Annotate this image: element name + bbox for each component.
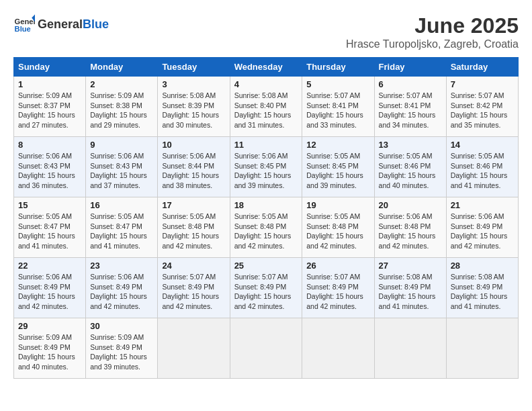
day-number: 13 bbox=[379, 140, 442, 150]
day-number: 10 bbox=[162, 140, 225, 150]
table-row: 30Sunrise: 5:09 AMSunset: 8:49 PMDayligh… bbox=[86, 318, 158, 379]
day-number: 15 bbox=[18, 200, 81, 210]
table-row: 14Sunrise: 5:05 AMSunset: 8:46 PMDayligh… bbox=[446, 137, 518, 197]
day-info: Sunrise: 5:07 AMSunset: 8:41 PMDaylight:… bbox=[306, 91, 369, 130]
table-row: 19Sunrise: 5:05 AMSunset: 8:48 PMDayligh… bbox=[302, 197, 374, 258]
day-info: Sunrise: 5:07 AMSunset: 8:49 PMDaylight:… bbox=[306, 272, 369, 312]
location-title: Hrasce Turopoljsko, Zagreb, Croatia bbox=[346, 38, 519, 50]
day-info: Sunrise: 5:06 AMSunset: 8:43 PMDaylight:… bbox=[90, 151, 153, 191]
table-row: 15Sunrise: 5:05 AMSunset: 8:47 PMDayligh… bbox=[14, 197, 86, 258]
day-number: 19 bbox=[306, 200, 369, 210]
table-row: 3Sunrise: 5:08 AMSunset: 8:39 PMDaylight… bbox=[158, 77, 230, 137]
day-info: Sunrise: 5:06 AMSunset: 8:49 PMDaylight:… bbox=[90, 272, 153, 312]
day-info: Sunrise: 5:07 AMSunset: 8:41 PMDaylight:… bbox=[379, 91, 442, 130]
month-title: June 2025 bbox=[346, 13, 519, 38]
table-row: 29Sunrise: 5:09 AMSunset: 8:49 PMDayligh… bbox=[14, 318, 86, 379]
day-info: Sunrise: 5:09 AMSunset: 8:49 PMDaylight:… bbox=[90, 332, 153, 372]
day-number: 12 bbox=[306, 140, 369, 150]
table-row: 9Sunrise: 5:06 AMSunset: 8:43 PMDaylight… bbox=[86, 137, 158, 197]
col-tuesday: Tuesday bbox=[158, 58, 230, 77]
table-row: 12Sunrise: 5:05 AMSunset: 8:45 PMDayligh… bbox=[302, 137, 374, 197]
table-row: 1Sunrise: 5:09 AMSunset: 8:37 PMDaylight… bbox=[14, 77, 86, 137]
day-info: Sunrise: 5:06 AMSunset: 8:49 PMDaylight:… bbox=[18, 272, 81, 312]
day-info: Sunrise: 5:06 AMSunset: 8:45 PMDaylight:… bbox=[234, 151, 298, 191]
logo-blue-text: Blue bbox=[83, 17, 109, 32]
table-row: 4Sunrise: 5:08 AMSunset: 8:40 PMDaylight… bbox=[230, 77, 302, 137]
title-area: June 2025 Hrasce Turopoljsko, Zagreb, Cr… bbox=[346, 13, 519, 50]
svg-text:General: General bbox=[15, 17, 35, 26]
table-row: 21Sunrise: 5:06 AMSunset: 8:49 PMDayligh… bbox=[446, 197, 518, 258]
table-row bbox=[158, 318, 230, 379]
day-info: Sunrise: 5:08 AMSunset: 8:40 PMDaylight:… bbox=[234, 91, 298, 130]
table-row: 20Sunrise: 5:06 AMSunset: 8:48 PMDayligh… bbox=[374, 197, 446, 258]
day-number: 2 bbox=[90, 79, 153, 89]
calendar-week-row: 22Sunrise: 5:06 AMSunset: 8:49 PMDayligh… bbox=[14, 258, 519, 318]
table-row: 26Sunrise: 5:07 AMSunset: 8:49 PMDayligh… bbox=[302, 258, 374, 318]
day-number: 18 bbox=[234, 200, 298, 210]
day-info: Sunrise: 5:05 AMSunset: 8:47 PMDaylight:… bbox=[90, 212, 153, 251]
table-row bbox=[230, 318, 302, 379]
logo: General Blue General Blue bbox=[13, 13, 109, 35]
table-row: 2Sunrise: 5:09 AMSunset: 8:38 PMDaylight… bbox=[86, 77, 158, 137]
calendar-week-row: 1Sunrise: 5:09 AMSunset: 8:37 PMDaylight… bbox=[14, 77, 519, 137]
day-number: 23 bbox=[90, 261, 153, 271]
day-number: 29 bbox=[18, 321, 81, 331]
table-row: 28Sunrise: 5:08 AMSunset: 8:49 PMDayligh… bbox=[446, 258, 518, 318]
day-info: Sunrise: 5:09 AMSunset: 8:38 PMDaylight:… bbox=[90, 91, 153, 130]
day-info: Sunrise: 5:07 AMSunset: 8:42 PMDaylight:… bbox=[451, 91, 514, 130]
day-number: 20 bbox=[379, 200, 442, 210]
day-number: 9 bbox=[90, 140, 153, 150]
day-number: 28 bbox=[451, 261, 514, 271]
table-row: 24Sunrise: 5:07 AMSunset: 8:49 PMDayligh… bbox=[158, 258, 230, 318]
day-info: Sunrise: 5:07 AMSunset: 8:49 PMDaylight:… bbox=[234, 272, 298, 312]
calendar-header-row: Sunday Monday Tuesday Wednesday Thursday… bbox=[14, 58, 519, 77]
day-number: 16 bbox=[90, 200, 153, 210]
day-info: Sunrise: 5:08 AMSunset: 8:39 PMDaylight:… bbox=[162, 91, 225, 130]
day-info: Sunrise: 5:05 AMSunset: 8:48 PMDaylight:… bbox=[162, 212, 225, 251]
table-row: 27Sunrise: 5:08 AMSunset: 8:49 PMDayligh… bbox=[374, 258, 446, 318]
day-info: Sunrise: 5:05 AMSunset: 8:48 PMDaylight:… bbox=[306, 212, 369, 251]
day-info: Sunrise: 5:05 AMSunset: 8:45 PMDaylight:… bbox=[306, 151, 369, 191]
day-number: 21 bbox=[451, 200, 514, 210]
table-row: 5Sunrise: 5:07 AMSunset: 8:41 PMDaylight… bbox=[302, 77, 374, 137]
day-info: Sunrise: 5:09 AMSunset: 8:49 PMDaylight:… bbox=[18, 332, 81, 372]
table-row bbox=[302, 318, 374, 379]
table-row: 10Sunrise: 5:06 AMSunset: 8:44 PMDayligh… bbox=[158, 137, 230, 197]
table-row: 22Sunrise: 5:06 AMSunset: 8:49 PMDayligh… bbox=[14, 258, 86, 318]
col-thursday: Thursday bbox=[302, 58, 374, 77]
day-number: 25 bbox=[234, 261, 298, 271]
day-info: Sunrise: 5:09 AMSunset: 8:37 PMDaylight:… bbox=[18, 91, 81, 130]
day-info: Sunrise: 5:06 AMSunset: 8:48 PMDaylight:… bbox=[379, 212, 442, 251]
calendar-week-row: 15Sunrise: 5:05 AMSunset: 8:47 PMDayligh… bbox=[14, 197, 519, 258]
day-number: 27 bbox=[379, 261, 442, 271]
day-number: 22 bbox=[18, 261, 81, 271]
day-info: Sunrise: 5:08 AMSunset: 8:49 PMDaylight:… bbox=[451, 272, 514, 312]
table-row: 25Sunrise: 5:07 AMSunset: 8:49 PMDayligh… bbox=[230, 258, 302, 318]
col-monday: Monday bbox=[86, 58, 158, 77]
day-number: 26 bbox=[306, 261, 369, 271]
calendar-table: Sunday Monday Tuesday Wednesday Thursday… bbox=[13, 57, 519, 379]
logo-general-text: General bbox=[38, 17, 83, 32]
day-number: 14 bbox=[451, 140, 514, 150]
day-info: Sunrise: 5:05 AMSunset: 8:46 PMDaylight:… bbox=[451, 151, 514, 191]
table-row: 13Sunrise: 5:05 AMSunset: 8:46 PMDayligh… bbox=[374, 137, 446, 197]
day-number: 8 bbox=[18, 140, 81, 150]
table-row: 8Sunrise: 5:06 AMSunset: 8:43 PMDaylight… bbox=[14, 137, 86, 197]
col-saturday: Saturday bbox=[446, 58, 518, 77]
col-wednesday: Wednesday bbox=[230, 58, 302, 77]
table-row: 23Sunrise: 5:06 AMSunset: 8:49 PMDayligh… bbox=[86, 258, 158, 318]
calendar-week-row: 8Sunrise: 5:06 AMSunset: 8:43 PMDaylight… bbox=[14, 137, 519, 197]
day-number: 17 bbox=[162, 200, 225, 210]
day-info: Sunrise: 5:08 AMSunset: 8:49 PMDaylight:… bbox=[379, 272, 442, 312]
day-info: Sunrise: 5:05 AMSunset: 8:46 PMDaylight:… bbox=[379, 151, 442, 191]
logo-icon: General Blue bbox=[13, 13, 35, 35]
day-number: 4 bbox=[234, 79, 298, 89]
day-number: 5 bbox=[306, 79, 369, 89]
day-number: 6 bbox=[379, 79, 442, 89]
col-sunday: Sunday bbox=[14, 58, 86, 77]
col-friday: Friday bbox=[374, 58, 446, 77]
table-row: 17Sunrise: 5:05 AMSunset: 8:48 PMDayligh… bbox=[158, 197, 230, 258]
svg-text:Blue: Blue bbox=[15, 25, 31, 33]
day-number: 30 bbox=[90, 321, 153, 331]
day-info: Sunrise: 5:06 AMSunset: 8:44 PMDaylight:… bbox=[162, 151, 225, 191]
